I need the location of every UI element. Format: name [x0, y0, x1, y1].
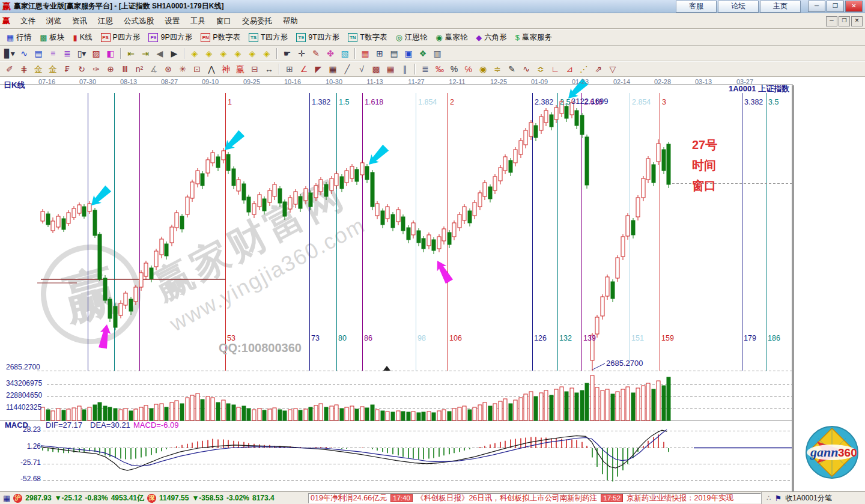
time-circle-button[interactable]: ⊕ — [104, 63, 117, 75]
prev-page-button[interactable]: ◀ — [153, 47, 166, 59]
chart-9-button[interactable]: ≣ — [61, 47, 74, 59]
shanghai-badge[interactable]: 沪 — [13, 494, 22, 503]
percent-button[interactable]: % — [448, 63, 461, 75]
menu-3[interactable]: 江恩 — [93, 15, 118, 27]
toolbar-p-square-button[interactable]: PSP四方形 — [97, 31, 145, 44]
candle-type-button[interactable]: ▯▾ — [75, 47, 88, 59]
toolbar-quotes-button[interactable]: ▦行情 — [2, 31, 35, 44]
fan-fill-button[interactable]: ◤ — [312, 63, 325, 75]
dots-icon[interactable]: ∴ — [766, 494, 771, 502]
ink-pen-button[interactable]: ✎ — [505, 63, 518, 75]
window-grid-button[interactable]: ▦ — [384, 63, 397, 75]
dots-ascending-button[interactable]: ⋰ — [577, 63, 590, 75]
grid-iii-button[interactable]: Ⅲ — [118, 63, 132, 75]
gold-level-button[interactable]: ≑ — [491, 63, 504, 75]
menu-8[interactable]: 交易委托 — [237, 15, 278, 27]
period-selector-button[interactable]: ▊▾ — [3, 47, 16, 59]
zigzag-small-button[interactable]: ⋀ — [205, 63, 218, 75]
big-grid-button[interactable]: ▩ — [369, 63, 383, 75]
titlebar-nav-forum[interactable]: 论坛 — [718, 1, 759, 13]
gold-circle-button[interactable]: ◉ — [476, 63, 490, 75]
zigzag-line-button[interactable]: ∿ — [17, 47, 31, 59]
ticker-time-badge[interactable]: 17:52 — [601, 494, 623, 502]
shenzhen-badge[interactable]: 深 — [147, 494, 156, 503]
ruler-123-button[interactable]: ⊟ — [248, 63, 261, 75]
diamond-horizontal-button[interactable]: ◈ — [217, 47, 230, 59]
menu-6[interactable]: 工具 — [185, 15, 211, 27]
chart-right-bar[interactable] — [792, 85, 794, 491]
ticker-news-item[interactable]: 019年净利润24.66亿元 — [311, 493, 387, 503]
toolbar-kline-button[interactable]: ▮K线 — [69, 31, 97, 44]
width-measure-button[interactable]: ↔ — [263, 63, 276, 75]
square-web-button[interactable]: ⊡ — [190, 63, 204, 75]
fan-lines-button[interactable]: ∠ — [297, 63, 311, 75]
first-page-button[interactable]: ⇤ — [124, 47, 138, 59]
info-panel-button[interactable]: ▤ — [32, 47, 45, 59]
printer-button[interactable]: ▥ — [431, 47, 444, 59]
save-button[interactable]: ▣ — [402, 47, 415, 59]
toolbar-sectors-button[interactable]: ▩板块 — [35, 31, 68, 44]
toolbar-gann-wheel-button[interactable]: ◎江恩轮 — [391, 31, 431, 44]
wave-tool-button[interactable]: ∿ — [520, 63, 533, 75]
diamond-right-button[interactable]: ◈ — [202, 47, 216, 59]
chart-3-button[interactable]: ≡ — [46, 47, 59, 59]
star-web-button[interactable]: ✳ — [176, 63, 189, 75]
palette-tool-button[interactable]: ▧ — [338, 47, 351, 59]
dark-grid-button[interactable]: ▦ — [326, 63, 339, 75]
diamond-cross-button[interactable]: ◈ — [231, 47, 244, 59]
toolbar-t-square-button[interactable]: TST四方形 — [244, 31, 292, 44]
ticker-news-item[interactable]: 京新药业业绩快报：2019年实现 — [627, 493, 733, 503]
menu-2[interactable]: 资讯 — [67, 15, 93, 27]
golden-section-button[interactable]: 金 — [32, 63, 45, 75]
menu-4[interactable]: 公式选股 — [118, 15, 159, 27]
percent-line-button[interactable]: ℅ — [462, 63, 475, 75]
stats-bars-button[interactable]: ≣ — [419, 63, 432, 75]
mdi-close-button[interactable]: ✕ — [851, 16, 863, 26]
marker-pen-button[interactable]: ✑ — [90, 63, 103, 75]
pattern-tool-button[interactable]: ▨ — [90, 47, 103, 59]
menu-5[interactable]: 设置 — [159, 15, 185, 27]
toolbar-hexagon-button[interactable]: ◆六角形 — [472, 31, 511, 44]
n-square-button[interactable]: n² — [133, 63, 146, 75]
ying-tool-button[interactable]: 赢 — [234, 63, 247, 75]
speed-arrow-button[interactable]: ⇗ — [592, 63, 605, 75]
angle-fan-button[interactable]: ∡ — [147, 63, 160, 75]
titlebar-nav-service[interactable]: 客服 — [676, 1, 717, 13]
calendar-button[interactable]: ▦ — [359, 47, 372, 59]
color-chart-button[interactable]: ◧ — [104, 47, 117, 59]
titlebar-nav-home[interactable]: 主页 — [760, 1, 801, 13]
flag-icon[interactable]: ⚑ — [775, 494, 782, 503]
notepad-button[interactable]: ▤ — [387, 47, 401, 59]
news-ticker[interactable]: 019年净利润24.66亿元17:40《科创板日报》26日讯，科创板拟上市公司南… — [308, 493, 761, 503]
hand-tool-button[interactable]: ☛ — [281, 47, 294, 59]
mdi-minimize-button[interactable]: ─ — [826, 16, 837, 26]
calculator-button[interactable]: ⊞ — [373, 47, 386, 59]
mdi-restore-button[interactable]: ❐ — [839, 16, 850, 26]
box-select-button[interactable]: ⊞ — [283, 63, 296, 75]
tri-angle-button[interactable]: ⊿ — [563, 63, 576, 75]
permille-button[interactable]: ‰ — [433, 63, 446, 75]
menu-1[interactable]: 浏览 — [41, 15, 67, 27]
close-button[interactable]: ✕ — [845, 1, 863, 12]
trend-line-button[interactable]: ╱ — [341, 63, 354, 75]
mail-button[interactable]: ❖ — [416, 47, 429, 59]
tick-data-label[interactable]: 收1A0001分笔 — [785, 493, 831, 503]
gold-band-button[interactable]: ≎ — [534, 63, 547, 75]
parallel-lines-button[interactable]: ∥ — [398, 63, 411, 75]
grid-icon[interactable]: ▦ — [3, 494, 10, 503]
diamond-left-button[interactable]: ◈ — [188, 47, 201, 59]
golden-box-button[interactable]: 金 — [46, 63, 59, 75]
red-pencil-button[interactable]: ✐ — [3, 63, 16, 75]
menu-9[interactable]: 帮助 — [278, 15, 303, 27]
toolbar-winner-wheel-button[interactable]: ◉赢家轮 — [431, 31, 472, 44]
toolbar-9t-square-button[interactable]: T99T四方形 — [292, 31, 344, 44]
chart-canvas[interactable]: 赢家财富网 www.yingjia360.com 赢 07-1607-3008-… — [0, 77, 865, 491]
restore-button[interactable]: ❐ — [827, 1, 844, 12]
gann-grid-button[interactable]: ⋕ — [17, 63, 31, 75]
check-line-button[interactable]: √ — [355, 63, 368, 75]
gann-target-button[interactable]: ⊛ — [162, 63, 175, 75]
diamond-plus-button[interactable]: ◈ — [246, 47, 259, 59]
flower-tool-button[interactable]: ✤ — [324, 47, 337, 59]
shen-tool-button[interactable]: 神 — [219, 63, 232, 75]
toolbar-9p-square-button[interactable]: P99P四方形 — [144, 31, 196, 44]
